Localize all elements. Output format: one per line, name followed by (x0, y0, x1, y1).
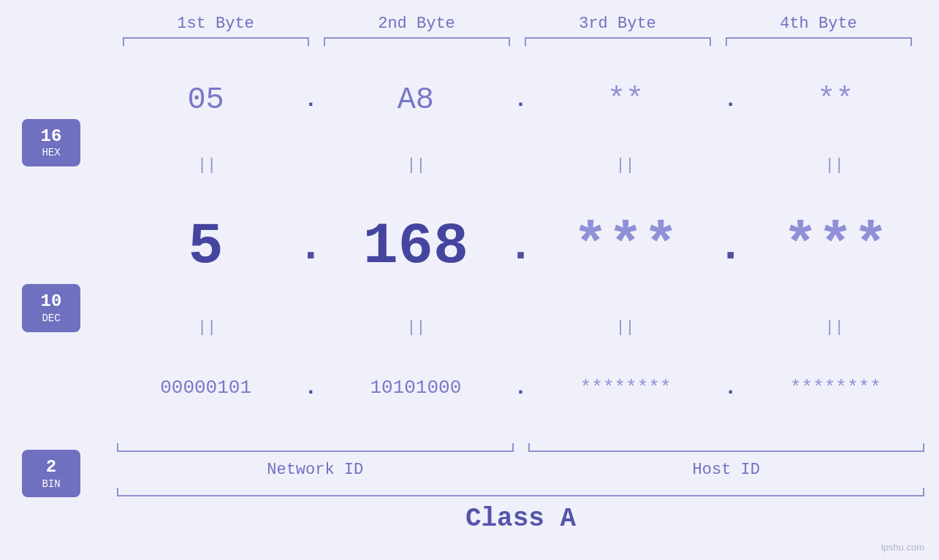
labels-column: 16 HEX 10 DEC 2 BIN (0, 56, 102, 560)
label-mid-spacer (514, 461, 528, 479)
sep-hex-1: . (296, 88, 325, 112)
host-id-label: Host ID (528, 461, 925, 479)
sep-bin-2: . (506, 375, 536, 400)
hex-byte3: ** (537, 83, 715, 118)
byte2-header: 2nd Byte (316, 15, 517, 37)
byte-headers: 1st Byte 2nd Byte 3rd Byte 4th Byte (115, 15, 919, 37)
equals-row-1: || || || || (117, 156, 924, 174)
eq2-b2: || (326, 318, 506, 337)
hex-row: 05 . A8 . ** . ** (117, 83, 924, 118)
bracket-host (528, 443, 925, 452)
byte3-header: 3rd Byte (517, 15, 718, 37)
eq1-b4: || (745, 156, 924, 174)
bracket-byte4 (726, 37, 912, 46)
bracket-byte2 (324, 37, 510, 46)
hex-byte2: A8 (327, 83, 504, 118)
bin-badge: 2 BIN (22, 450, 80, 498)
main-area: 16 HEX 10 DEC 2 BIN 05 . A8 . ** . ** (0, 56, 939, 560)
bin-base: BIN (32, 478, 70, 491)
dec-byte3: *** (537, 213, 715, 280)
top-bracket-row (115, 37, 919, 50)
eq2-b1: || (117, 318, 297, 337)
hex-base: HEX (32, 147, 70, 159)
hex-byte1: 05 (117, 83, 294, 118)
bracket-byte1 (123, 37, 309, 46)
eq2-b4: || (745, 318, 924, 337)
bin-num: 2 (32, 457, 70, 478)
class-label: Class A (117, 504, 924, 534)
hex-byte4: ** (747, 83, 924, 118)
byte1-header: 1st Byte (115, 15, 316, 37)
bin-row: 00000101 . 10101000 . ******** . *******… (117, 375, 924, 400)
bottom-section: Network ID Host ID Class A (117, 443, 924, 534)
dec-byte1: 5 (117, 213, 294, 280)
bottom-brackets (117, 443, 924, 456)
bracket-mid-spacer (514, 443, 528, 456)
hex-badge: 16 HEX (22, 119, 80, 167)
outer-bracket (117, 488, 924, 496)
dec-byte2: 168 (327, 213, 504, 280)
watermark: ipshu.com (881, 542, 924, 553)
equals-row-2: || || || || (117, 318, 924, 337)
sep-dec-1: . (296, 222, 325, 272)
bracket-byte3 (525, 37, 711, 46)
data-rows: 05 . A8 . ** . ** || || || || 5 . (102, 56, 939, 560)
eq2-b3: || (536, 318, 715, 337)
eq1-b2: || (326, 156, 506, 174)
network-id-label: Network ID (117, 461, 514, 479)
sep-bin-1: . (296, 375, 325, 400)
bin-byte2: 10101000 (327, 377, 504, 399)
bottom-labels: Network ID Host ID (117, 461, 924, 479)
main-container: 1st Byte 2nd Byte 3rd Byte 4th Byte 16 H… (0, 0, 939, 560)
byte4-header: 4th Byte (718, 15, 919, 37)
sep-dec-3: . (716, 222, 745, 272)
bin-byte3: ******** (537, 377, 715, 399)
eq1-b1: || (117, 156, 297, 174)
dec-byte4: *** (747, 213, 924, 280)
dec-row: 5 . 168 . *** . *** (117, 213, 924, 280)
bracket-network (117, 443, 514, 452)
dec-badge: 10 DEC (22, 284, 80, 332)
bin-byte4: ******** (747, 377, 924, 399)
dec-num: 10 (32, 291, 70, 312)
dec-base: DEC (32, 312, 70, 325)
sep-hex-2: . (506, 88, 536, 112)
bin-byte1: 00000101 (117, 377, 294, 399)
sep-dec-2: . (506, 222, 536, 272)
eq1-b3: || (536, 156, 715, 174)
sep-bin-3: . (716, 375, 745, 400)
sep-hex-3: . (716, 88, 745, 112)
hex-num: 16 (32, 126, 70, 147)
